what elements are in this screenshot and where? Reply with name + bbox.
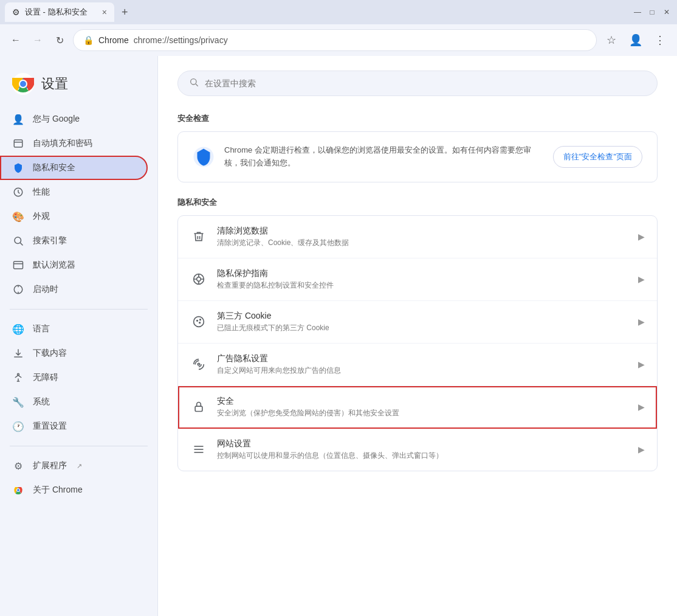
site-settings-title: 网站设置 xyxy=(217,438,628,449)
back-button[interactable]: ← xyxy=(7,32,24,49)
cookies-title: 第三方 Cookie xyxy=(217,311,628,322)
safety-check-button[interactable]: 前往"安全检查"页面 xyxy=(553,146,642,168)
profile-button[interactable]: 👤 xyxy=(626,30,645,50)
privacy-guide-title: 隐私保护指南 xyxy=(217,268,628,279)
sidebar-divider xyxy=(10,309,148,310)
sidebar-item-default-browser[interactable]: 默认浏览器 xyxy=(0,253,148,277)
sidebar-item-about[interactable]: 关于 Chrome xyxy=(0,478,148,502)
sidebar-label-about: 关于 Chrome xyxy=(33,485,83,496)
forward-button[interactable]: → xyxy=(29,32,46,49)
reload-button[interactable]: ↻ xyxy=(51,32,68,49)
svg-point-18 xyxy=(17,489,19,491)
tab-title: 设置 - 隐私和安全 xyxy=(25,7,88,18)
restore-button[interactable]: □ xyxy=(647,7,658,18)
tab-settings-icon: ⚙ xyxy=(12,7,20,17)
sidebar-item-privacy[interactable]: 隐私和安全 xyxy=(0,156,148,180)
svg-rect-4 xyxy=(14,140,22,147)
safety-description: Chrome 会定期进行检查，以确保您的浏览器使用最安全的设置。如有任何内容需要… xyxy=(224,144,543,170)
chrome-logo-icon xyxy=(12,73,34,95)
search-input[interactable] xyxy=(205,78,646,88)
sidebar-label-downloads: 下载内容 xyxy=(33,348,67,359)
privacy-item-ad[interactable]: 广告隐私设置 自定义网站可用来向您投放广告的信息 ▶ xyxy=(178,344,657,386)
sidebar-label-startup: 启动时 xyxy=(33,284,58,295)
sidebar-label-reset: 重置设置 xyxy=(33,421,67,432)
safety-desc-text: Chrome 会定期进行检查，以确保您的浏览器使用最安全的设置。如有任何内容需要… xyxy=(224,144,543,170)
security-title: 安全 xyxy=(217,396,628,407)
site-settings-icon xyxy=(190,441,207,458)
cookie-icon xyxy=(190,313,207,330)
sidebar-title: 设置 xyxy=(41,75,68,93)
clear-data-title: 清除浏览数据 xyxy=(217,226,628,237)
privacy-item-clear-data[interactable]: 清除浏览数据 清除浏览记录、Cookie、缓存及其他数据 ▶ xyxy=(178,216,657,258)
new-tab-button[interactable]: + xyxy=(117,4,133,21)
privacy-card: 清除浏览数据 清除浏览记录、Cookie、缓存及其他数据 ▶ 隐私保护指南 检查… xyxy=(177,215,658,471)
privacy-item-site-settings[interactable]: 网站设置 控制网站可以使用和显示的信息（位置信息、摄像头、弹出式窗口等） ▶ xyxy=(178,429,657,471)
search-bar[interactable] xyxy=(177,71,658,96)
sidebar-divider-2 xyxy=(10,446,148,446)
sidebar-item-autofill[interactable]: 自动填充和密码 xyxy=(0,131,148,156)
sidebar-label-default-browser: 默认浏览器 xyxy=(33,260,75,271)
svg-line-20 xyxy=(196,84,198,86)
svg-point-7 xyxy=(15,237,21,244)
shield-icon xyxy=(12,162,24,174)
accessibility-icon xyxy=(12,372,24,384)
about-icon xyxy=(12,484,24,496)
arrow-icon-0: ▶ xyxy=(638,232,645,241)
tab-close-button[interactable]: × xyxy=(102,7,107,17)
sidebar-label-accessibility: 无障碍 xyxy=(33,372,58,383)
active-tab[interactable]: ⚙ 设置 - 隐私和安全 × xyxy=(5,2,114,22)
svg-point-23 xyxy=(197,277,201,282)
clear-data-text: 清除浏览数据 清除浏览记录、Cookie、缓存及其他数据 xyxy=(217,226,628,248)
sidebar-item-downloads[interactable]: 下载内容 xyxy=(0,341,148,365)
privacy-guide-desc: 检查重要的隐私控制设置和安全控件 xyxy=(217,280,628,291)
svg-rect-33 xyxy=(195,406,202,411)
sidebar-label-search: 搜索引擎 xyxy=(33,235,67,246)
safety-card: Chrome 会定期进行检查，以确保您的浏览器使用最安全的设置。如有任何内容需要… xyxy=(177,131,658,182)
sidebar-item-reset[interactable]: 🕐 重置设置 xyxy=(0,414,148,438)
ad-text: 广告隐私设置 自定义网站可用来向您投放广告的信息 xyxy=(217,353,628,376)
privacy-item-guide[interactable]: 隐私保护指南 检查重要的隐私控制设置和安全控件 ▶ xyxy=(178,258,657,301)
bookmark-button[interactable]: ☆ xyxy=(602,30,621,50)
sidebar-item-accessibility[interactable]: 无障碍 xyxy=(0,365,148,390)
title-bar: ⚙ 设置 - 隐私和安全 × + — □ ✕ xyxy=(0,0,677,24)
trash-icon xyxy=(190,228,207,245)
sidebar-item-performance[interactable]: 性能 xyxy=(0,180,148,204)
system-icon: 🔧 xyxy=(12,396,24,408)
search-engine-icon xyxy=(12,235,24,247)
sidebar-item-extensions[interactable]: ⚙ 扩展程序 ↗ xyxy=(0,454,148,478)
privacy-item-cookies[interactable]: 第三方 Cookie 已阻止无痕模式下的第三方 Cookie ▶ xyxy=(178,301,657,344)
reset-icon: 🕐 xyxy=(12,420,24,432)
sidebar-item-search[interactable]: 搜索引擎 xyxy=(0,229,148,253)
sidebar-item-startup[interactable]: 启动时 xyxy=(0,277,148,302)
sidebar-item-appearance[interactable]: 🎨 外观 xyxy=(0,204,148,229)
menu-button[interactable]: ⋮ xyxy=(650,30,670,50)
sidebar: 设置 👤 您与 Google 自动填充和密码 xyxy=(0,56,158,616)
address-bar: ← → ↻ 🔒 Chrome chrome://settings/privacy… xyxy=(0,24,677,56)
startup-icon xyxy=(12,283,24,296)
sidebar-label-language: 语言 xyxy=(33,324,50,334)
address-actions: ☆ 👤 ⋮ xyxy=(602,30,670,50)
main-content: 设置 👤 您与 Google 自动填充和密码 xyxy=(0,56,677,616)
svg-point-30 xyxy=(199,322,201,324)
arrow-icon-4: ▶ xyxy=(638,402,645,412)
url-bar[interactable]: 🔒 Chrome chrome://settings/privacy xyxy=(73,29,597,51)
ad-privacy-icon xyxy=(190,356,207,373)
site-settings-desc: 控制网站可以使用和显示的信息（位置信息、摄像头、弹出式窗口等） xyxy=(217,451,628,461)
privacy-item-security[interactable]: 安全 安全浏览（保护您免受危险网站的侵害）和其他安全设置 ▶ xyxy=(178,386,657,429)
svg-point-19 xyxy=(191,79,196,85)
close-button[interactable]: ✕ xyxy=(661,7,672,18)
sidebar-label-extensions: 扩展程序 xyxy=(33,460,67,471)
minimize-button[interactable]: — xyxy=(632,7,643,18)
arrow-icon-2: ▶ xyxy=(638,317,645,327)
browser-frame: ⚙ 设置 - 隐私和安全 × + — □ ✕ ← → ↻ 🔒 Chrome ch… xyxy=(0,0,677,616)
sidebar-item-language[interactable]: 🌐 语言 xyxy=(0,317,148,341)
sidebar-item-google[interactable]: 👤 您与 Google xyxy=(0,107,148,131)
privacy-section-title: 隐私和安全 xyxy=(177,197,658,208)
cookies-desc: 已阻止无痕模式下的第三方 Cookie xyxy=(217,323,628,333)
clear-data-desc: 清除浏览记录、Cookie、缓存及其他数据 xyxy=(217,238,628,248)
sidebar-label-autofill: 自动填充和密码 xyxy=(33,138,92,149)
privacy-guide-icon xyxy=(190,271,207,288)
sidebar-item-system[interactable]: 🔧 系统 xyxy=(0,390,148,414)
ad-desc: 自定义网站可用来向您投放广告的信息 xyxy=(217,365,628,376)
svg-rect-9 xyxy=(14,261,23,269)
